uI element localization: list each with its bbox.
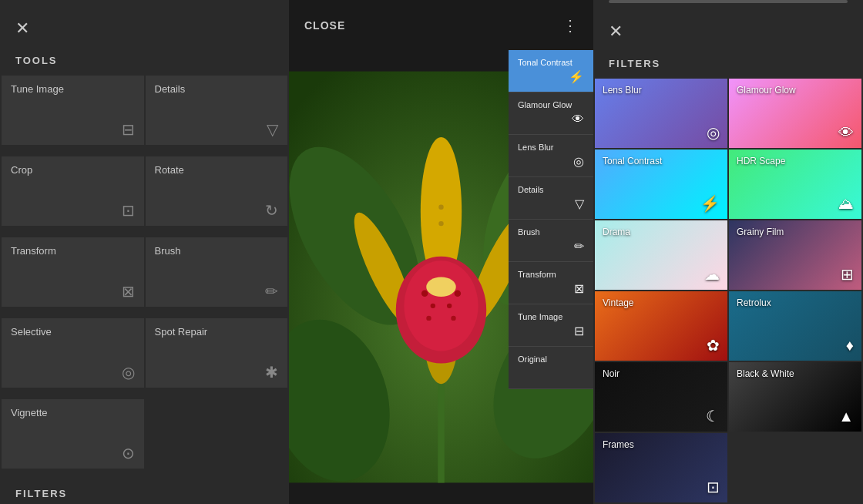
tool-label-selective: Selective bbox=[11, 326, 135, 338]
filter-icon-hdr-scape: ⛰ bbox=[838, 195, 854, 213]
dropdown-label-lens-blur: Lens Blur bbox=[518, 143, 553, 152]
left-header: ✕ bbox=[0, 0, 289, 50]
svg-point-16 bbox=[447, 304, 452, 308]
dropdown-icon-tonal-contrast: ⚡ bbox=[569, 69, 584, 84]
svg-point-20 bbox=[438, 205, 443, 210]
filter-icon-tonal-contrast: ⚡ bbox=[700, 194, 720, 213]
tool-label-rotate: Rotate bbox=[155, 164, 279, 176]
filter-icon-drama: ☁ bbox=[704, 265, 720, 284]
tool-icon-details: ▽ bbox=[267, 120, 278, 139]
dropdown-item-transform[interactable]: Transform⊠ bbox=[509, 262, 593, 304]
filter-label-vintage: Vintage bbox=[603, 297, 720, 308]
tool-icon-rotate: ↻ bbox=[265, 201, 278, 220]
tool-icon-vignette: ⊙ bbox=[122, 444, 135, 462]
filter-card-drama[interactable]: Drama☁ bbox=[595, 220, 727, 290]
filter-label-noir: Noir bbox=[603, 368, 720, 379]
filter-icon-black-white: ▲ bbox=[838, 408, 854, 425]
filter-icon-vintage: ✿ bbox=[707, 336, 720, 354]
filter-card-noir[interactable]: Noir☾ bbox=[595, 362, 727, 432]
dropdown-label-brush: Brush bbox=[518, 227, 540, 237]
svg-point-14 bbox=[455, 291, 462, 297]
filter-label-glamour-glow: Glamour Glow bbox=[737, 85, 854, 96]
filter-card-hdr-scape[interactable]: HDR Scape⛰ bbox=[729, 150, 861, 219]
tool-icon-transform: ⊠ bbox=[122, 282, 135, 301]
dropdown-label-tonal-contrast: Tonal Contrast bbox=[518, 58, 573, 67]
filter-icon-lens-blur: ◎ bbox=[707, 123, 720, 142]
tool-card-details[interactable]: Details▽ bbox=[146, 76, 288, 145]
filter-icon-frames: ⊡ bbox=[707, 478, 720, 496]
dropdown-icon-transform: ⊠ bbox=[574, 281, 584, 296]
image-area: Tonal Contrast⚡Glamour Glow👁Lens Blur◎De… bbox=[289, 50, 593, 504]
filters-grid: Lens Blur◎Glamour Glow👁Tonal Contrast⚡HD… bbox=[593, 77, 863, 504]
tool-label-details: Details bbox=[155, 83, 279, 95]
filter-label-hdr-scape: HDR Scape bbox=[737, 156, 854, 166]
dropdown-label-glamour-glow: Glamour Glow bbox=[518, 100, 572, 109]
dropdown-label-tune-image: Tune Image bbox=[518, 312, 562, 321]
filter-card-vintage[interactable]: Vintage✿ bbox=[595, 291, 727, 361]
right-close-icon[interactable]: ✕ bbox=[609, 22, 623, 42]
dropdown-item-brush[interactable]: Brush✏ bbox=[509, 220, 593, 262]
svg-point-15 bbox=[431, 304, 435, 308]
dropdown-item-tonal-contrast[interactable]: Tonal Contrast⚡ bbox=[509, 50, 593, 92]
svg-point-21 bbox=[438, 221, 443, 226]
dropdown-icon-tune-image: ⊟ bbox=[574, 324, 584, 338]
filter-icon-retrolux: ♦ bbox=[846, 337, 854, 354]
dropdown-icon-details: ▽ bbox=[575, 197, 584, 211]
tool-card-selective[interactable]: Selective◎ bbox=[2, 318, 144, 388]
filter-label-grainy-film: Grainy Film bbox=[737, 227, 854, 237]
tool-label-brush: Brush bbox=[155, 245, 279, 257]
close-button[interactable]: CLOSE bbox=[304, 19, 345, 32]
left-panel: ✕ TOOLS Tune Image⊟Details▽Crop⊡Rotate↻T… bbox=[0, 0, 289, 504]
filter-label-retrolux: Retrolux bbox=[737, 297, 854, 308]
tool-card-brush[interactable]: Brush✏ bbox=[146, 237, 288, 307]
filter-label-black-white: Black & White bbox=[737, 368, 854, 379]
filter-card-lens-blur[interactable]: Lens Blur◎ bbox=[595, 79, 727, 148]
tools-section-title: TOOLS bbox=[0, 50, 289, 74]
dropdown-item-glamour-glow[interactable]: Glamour Glow👁 bbox=[509, 92, 593, 135]
filter-card-frames[interactable]: Frames⊡ bbox=[595, 433, 727, 502]
tool-icon-spot-repair: ✱ bbox=[265, 363, 278, 381]
dropdown-label-original: Original bbox=[518, 354, 547, 364]
filter-icon-noir: ☾ bbox=[706, 407, 720, 425]
tool-card-rotate[interactable]: Rotate↻ bbox=[146, 156, 288, 226]
tool-card-spot-repair[interactable]: Spot Repair✱ bbox=[146, 318, 288, 388]
more-icon[interactable]: ⋮ bbox=[562, 16, 578, 35]
dropdown-icon-glamour-glow: 👁 bbox=[572, 113, 584, 126]
filter-card-black-white[interactable]: Black & White▲ bbox=[729, 362, 861, 432]
dropdown-label-details: Details bbox=[518, 185, 544, 194]
tool-icon-brush: ✏ bbox=[265, 282, 278, 301]
svg-point-11 bbox=[404, 260, 478, 351]
tool-card-vignette[interactable]: Vignette⊙ bbox=[2, 399, 144, 469]
dropdown-icon-lens-blur: ◎ bbox=[573, 154, 584, 169]
tool-label-crop: Crop bbox=[11, 164, 135, 176]
dropdown-item-lens-blur[interactable]: Lens Blur◎ bbox=[509, 135, 593, 177]
filter-card-retrolux[interactable]: Retrolux♦ bbox=[729, 291, 861, 361]
tool-icon-crop: ⊡ bbox=[122, 201, 135, 220]
filter-label-frames: Frames bbox=[603, 439, 720, 450]
filters-section-title-right: FILTERS bbox=[593, 53, 863, 77]
filter-card-tonal-contrast[interactable]: Tonal Contrast⚡ bbox=[595, 150, 727, 219]
dropdown-item-original[interactable]: Original bbox=[509, 347, 593, 389]
tool-card-transform[interactable]: Transform⊠ bbox=[2, 237, 144, 307]
center-header: CLOSE ⋮ bbox=[289, 0, 593, 50]
right-panel: ✕ FILTERS Lens Blur◎Glamour Glow👁Tonal C… bbox=[593, 0, 863, 504]
dropdown-label-transform: Transform bbox=[518, 270, 556, 279]
filter-label-lens-blur: Lens Blur bbox=[603, 85, 720, 96]
tool-card-tune-image[interactable]: Tune Image⊟ bbox=[2, 76, 144, 145]
tools-grid: Tune Image⊟Details▽Crop⊡Rotate↻Transform… bbox=[0, 74, 289, 480]
svg-point-19 bbox=[426, 277, 455, 297]
filter-icon-grainy-film: ⊞ bbox=[841, 265, 854, 284]
center-panel: CLOSE ⋮ bbox=[289, 0, 593, 504]
close-icon[interactable]: ✕ bbox=[15, 18, 29, 39]
tool-label-vignette: Vignette bbox=[11, 407, 135, 418]
filter-card-glamour-glow[interactable]: Glamour Glow👁 bbox=[729, 79, 861, 148]
tool-icon-tune-image: ⊟ bbox=[122, 120, 135, 139]
tool-card-crop[interactable]: Crop⊡ bbox=[2, 156, 144, 226]
filter-card-grainy-film[interactable]: Grainy Film⊞ bbox=[729, 220, 861, 290]
tool-label-tune-image: Tune Image bbox=[11, 83, 135, 95]
dropdown-item-tune-image[interactable]: Tune Image⊟ bbox=[509, 304, 593, 347]
filter-label-tonal-contrast: Tonal Contrast bbox=[603, 156, 720, 166]
tool-label-spot-repair: Spot Repair bbox=[155, 326, 279, 338]
dropdown-item-details[interactable]: Details▽ bbox=[509, 177, 593, 220]
svg-point-12 bbox=[421, 291, 428, 297]
